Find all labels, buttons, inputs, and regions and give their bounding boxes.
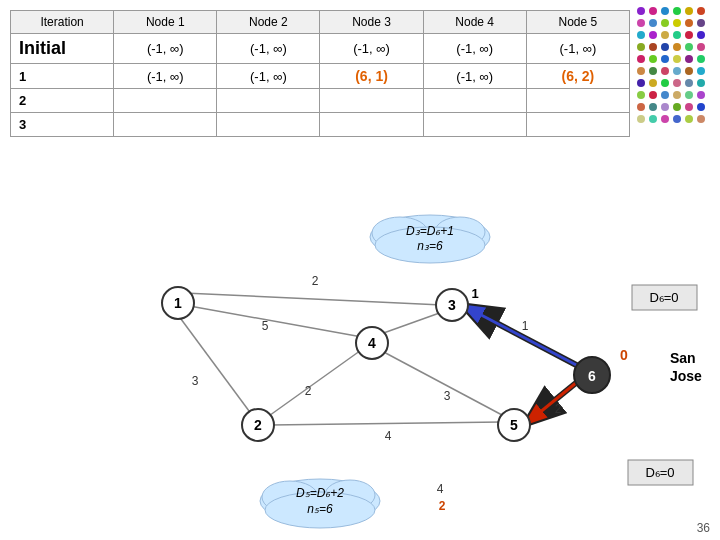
svg-point-48 [697, 91, 705, 99]
svg-point-56 [649, 115, 657, 123]
svg-point-45 [661, 91, 669, 99]
svg-point-57 [661, 115, 669, 123]
svg-text:5: 5 [262, 319, 269, 333]
svg-point-4 [673, 7, 681, 15]
cloud-d3: D₃=D₆+1 n₃=6 [370, 215, 490, 263]
svg-point-30 [697, 55, 705, 63]
svg-line-80 [184, 305, 362, 337]
cell-r1-c1: (-1, ∞) [217, 64, 320, 89]
svg-point-40 [673, 79, 681, 87]
cell-r2-c1 [217, 89, 320, 113]
cell-r3-c3 [423, 113, 526, 137]
svg-point-28 [673, 55, 681, 63]
data-table: Iteration Node 1 Node 2 Node 3 Node 4 No… [10, 10, 630, 137]
cell-r0-c4: (-1, ∞) [526, 34, 629, 64]
svg-text:4: 4 [368, 335, 376, 351]
svg-point-1 [637, 7, 645, 15]
svg-text:4: 4 [437, 482, 444, 496]
svg-text:2: 2 [305, 384, 312, 398]
cell-r0-c2: (-1, ∞) [320, 34, 423, 64]
svg-text:1: 1 [471, 286, 478, 301]
cloud-d5: D₅=D₆+2 n₅=6 [260, 479, 380, 528]
svg-point-59 [685, 115, 693, 123]
svg-point-9 [661, 19, 669, 27]
cell-r2-c2 [320, 89, 423, 113]
svg-point-50 [649, 103, 657, 111]
svg-text:2: 2 [254, 417, 262, 433]
row-label-3: 3 [11, 113, 114, 137]
cell-r3-c0 [114, 113, 217, 137]
svg-point-41 [685, 79, 693, 87]
cell-r1-c3: (-1, ∞) [423, 64, 526, 89]
svg-point-24 [697, 43, 705, 51]
svg-line-89 [466, 307, 582, 368]
cell-r1-c0: (-1, ∞) [114, 64, 217, 89]
svg-text:4: 4 [385, 429, 392, 443]
svg-text:3: 3 [192, 374, 199, 388]
svg-text:5: 5 [510, 417, 518, 433]
svg-line-85 [380, 350, 502, 415]
svg-point-46 [673, 91, 681, 99]
svg-point-60 [697, 115, 705, 123]
row-label-2: 2 [11, 89, 114, 113]
cell-r2-c0 [114, 89, 217, 113]
svg-point-53 [685, 103, 693, 111]
svg-point-2 [649, 7, 657, 15]
col-header-node2: Node 2 [217, 11, 320, 34]
svg-point-3 [661, 7, 669, 15]
svg-point-10 [673, 19, 681, 27]
svg-point-19 [637, 43, 645, 51]
svg-text:D₃=D₆+1: D₃=D₆+1 [406, 224, 454, 238]
cell-r3-c2 [320, 113, 423, 137]
row-label-1: 1 [11, 64, 114, 89]
cell-r0-c0: (-1, ∞) [114, 34, 217, 64]
svg-line-83 [270, 422, 502, 425]
svg-point-52 [673, 103, 681, 111]
svg-point-26 [649, 55, 657, 63]
d6-box-top: D₆=0 [632, 285, 697, 310]
svg-text:D₆=0: D₆=0 [649, 290, 678, 305]
d6-box-bottom: D₆=0 [628, 460, 693, 485]
svg-text:2: 2 [439, 499, 446, 513]
svg-point-31 [637, 67, 645, 75]
col-header-iteration: Iteration [11, 11, 114, 34]
svg-point-51 [661, 103, 669, 111]
svg-point-29 [685, 55, 693, 63]
svg-point-42 [697, 79, 705, 87]
svg-text:D₅=D₆+2: D₅=D₆+2 [296, 486, 344, 500]
svg-text:6: 6 [588, 368, 596, 384]
page-number: 36 [697, 521, 710, 535]
col-header-node4: Node 4 [423, 11, 526, 34]
cell-r1-c4: (6, 2) [526, 64, 629, 89]
cell-r3-c4 [526, 113, 629, 137]
col-header-node1: Node 1 [114, 11, 217, 34]
svg-point-22 [673, 43, 681, 51]
cell-r2-c4 [526, 89, 629, 113]
col-header-node3: Node 3 [320, 11, 423, 34]
svg-point-37 [637, 79, 645, 87]
decorative-dots [635, 5, 715, 135]
svg-text:2: 2 [555, 402, 562, 416]
svg-text:1: 1 [174, 295, 182, 311]
svg-point-32 [649, 67, 657, 75]
graph-diagram: D₃=D₆+1 n₃=6 D₅=D₆+2 n₅=6 D₆=0 D₆=0 San … [10, 185, 710, 540]
svg-text:Jose: Jose [670, 368, 702, 384]
svg-text:n₅=6: n₅=6 [307, 502, 333, 516]
svg-point-44 [649, 91, 657, 99]
san-jose-label: San Jose [670, 350, 702, 384]
svg-line-79 [184, 293, 442, 305]
svg-point-14 [649, 31, 657, 39]
svg-point-7 [637, 19, 645, 27]
svg-point-17 [685, 31, 693, 39]
svg-point-5 [685, 7, 693, 15]
svg-point-23 [685, 43, 693, 51]
row-label-0: Initial [11, 34, 114, 64]
cell-r1-c2: (6, 1) [320, 64, 423, 89]
svg-point-33 [661, 67, 669, 75]
svg-point-58 [673, 115, 681, 123]
col-header-node5: Node 5 [526, 11, 629, 34]
svg-point-47 [685, 91, 693, 99]
svg-line-82 [266, 348, 364, 418]
svg-point-6 [697, 7, 705, 15]
svg-text:San: San [670, 350, 696, 366]
